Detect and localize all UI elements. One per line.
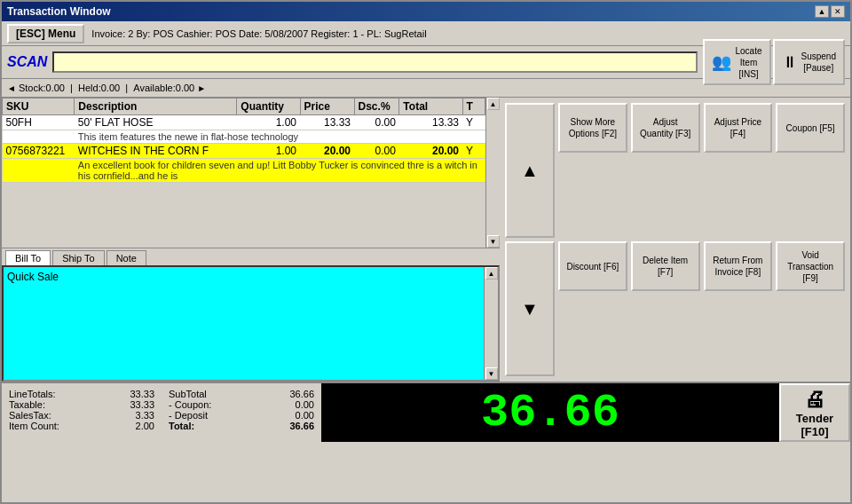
esc-menu-button[interactable]: [ESC] Menu	[7, 24, 84, 43]
scan-label: SCAN	[7, 54, 47, 70]
function-buttons: Show More Options [F2]Adjust Quantity [F…	[558, 103, 845, 376]
sub-total-label: SubTotal	[169, 389, 207, 399]
transaction-table: SKU Description Quantity Price Dsc.% Tot…	[2, 98, 485, 183]
minimize-button[interactable]: ▲	[815, 5, 829, 18]
tab-ship-to[interactable]: Ship To	[52, 250, 105, 265]
sales-tax-label: SalesTax:	[9, 410, 51, 421]
close-button[interactable]: ✕	[831, 5, 845, 18]
return-button[interactable]: Return From Invoice [F8]	[704, 241, 773, 291]
discount-button[interactable]: Discount [F6]	[558, 241, 627, 291]
stock-prev[interactable]: ◄	[7, 83, 16, 93]
locate-item-button[interactable]: 👥 LocateItem[INS]	[703, 39, 770, 85]
tender-button[interactable]: 🖨 Tender[F10]	[779, 383, 850, 442]
tender-icon: 🖨	[804, 387, 825, 412]
notes-content: Quick Sale	[7, 271, 59, 283]
cell-desc2: An excellent book for children seven and…	[75, 159, 485, 183]
sub-total-val: 36.66	[289, 389, 314, 399]
line-totals-val: 33.33	[130, 389, 154, 399]
delete-item-button[interactable]: Delete Item [F7]	[631, 241, 700, 291]
title-bar: Transaction Window ▲ ✕	[2, 2, 850, 21]
deposit-label: - Deposit	[169, 410, 208, 421]
stock-next[interactable]: ►	[197, 83, 206, 93]
available-val: 0.00	[176, 83, 194, 93]
cell-total: 13.33	[399, 115, 462, 130]
cell-t: Y	[462, 144, 485, 159]
display-amount: 36.66	[481, 387, 619, 439]
line-totals-label: LineTotals:	[9, 389, 56, 399]
action-buttons: 👥 LocateItem[INS] ⏸ Suspend[Pause]	[703, 39, 845, 85]
scan-input[interactable]	[52, 51, 698, 73]
tender-label: Tender[F10]	[796, 412, 833, 438]
col-desc: Description	[75, 98, 237, 115]
locate-icon: 👥	[712, 52, 731, 72]
notes-scroll-down[interactable]: ▼	[485, 367, 498, 380]
available-label: Available:	[133, 83, 176, 93]
down-arrow-icon: ▼	[521, 299, 539, 319]
void-button[interactable]: Void Transaction [F9]	[776, 241, 845, 291]
taxable-val: 33.33	[130, 399, 154, 410]
notes-scroll-up[interactable]: ▲	[485, 267, 498, 280]
table-row[interactable]: 50FH 50' FLAT HOSE 1.00 13.33 0.00 13.33…	[3, 115, 485, 130]
up-arrow-icon: ▲	[521, 161, 539, 181]
tab-bill-to[interactable]: Bill To	[5, 250, 51, 265]
locate-label: LocateItem[INS]	[735, 45, 761, 80]
transaction-window: Transaction Window ▲ ✕ [ESC] Menu Invoic…	[0, 0, 852, 504]
display-panel: 36.66	[321, 383, 779, 442]
sales-tax-val: 3.33	[136, 410, 154, 421]
cell-qty: 1.00	[237, 115, 300, 130]
total-label: Total:	[169, 421, 194, 431]
table-row[interactable]: 0756873221 WITCHES IN THE CORN F 1.00 20…	[3, 144, 485, 159]
nav-down-button[interactable]: ▼	[505, 241, 555, 376]
totals-left: LineTotals: 33.33 Taxable: 33.33 SalesTa…	[2, 383, 162, 442]
item-count-label: Item Count:	[9, 421, 59, 431]
coupon-label: - Coupon:	[169, 399, 211, 410]
table-scroll-down[interactable]: ▼	[487, 235, 500, 248]
col-sku: SKU	[3, 98, 75, 115]
stock-label: Stock:	[19, 83, 46, 93]
held-label: Held:	[78, 83, 101, 93]
suspend-button[interactable]: ⏸ Suspend[Pause]	[773, 39, 845, 85]
window-title: Transaction Window	[7, 5, 111, 18]
col-t: T	[462, 98, 485, 115]
tab-strip: Bill ToShip ToNote	[2, 248, 500, 265]
title-bar-buttons: ▲ ✕	[815, 5, 845, 18]
cell-qty: 1.00	[237, 144, 300, 159]
coupon-button[interactable]: Coupon [F5]	[776, 103, 845, 153]
scan-bar: SCAN 👥 LocateItem[INS] ⏸ Suspend[Pause]	[2, 46, 850, 78]
stock-val: 0.00	[46, 83, 65, 93]
deposit-val: 0.00	[296, 410, 314, 421]
show-more-button[interactable]: Show More Options [F2]	[558, 103, 627, 153]
cell-desc: WITCHES IN THE CORN F	[75, 144, 237, 159]
held-val: 0.00	[101, 83, 120, 93]
table-scroll-up[interactable]: ▲	[487, 98, 500, 110]
cell-t: Y	[462, 115, 485, 130]
taxable-label: Taxable:	[9, 399, 45, 410]
adjust-price-button[interactable]: Adjust Price [F4]	[704, 103, 773, 153]
cell-price: 20.00	[300, 144, 354, 159]
totals-right: SubTotal 36.66 - Coupon: 0.00 - Deposit …	[162, 383, 321, 442]
cell-sku: 0756873221	[3, 144, 75, 159]
status-bar: LineTotals: 33.33 Taxable: 33.33 SalesTa…	[2, 382, 850, 442]
suspend-label: Suspend[Pause]	[801, 51, 836, 74]
cell-desc: 50' FLAT HOSE	[75, 115, 237, 130]
nav-up-button[interactable]: ▲	[505, 103, 555, 238]
col-total: Total	[399, 98, 462, 115]
col-dsc: Dsc.%	[354, 98, 399, 115]
cell-dsc: 0.00	[354, 144, 399, 159]
suspend-icon: ⏸	[782, 53, 798, 72]
coupon-val: 0.00	[296, 399, 314, 410]
cell-price: 13.33	[300, 115, 354, 130]
item-count-val: 2.00	[136, 421, 154, 431]
col-price: Price	[300, 98, 354, 115]
left-panel: SKU Description Quantity Price Dsc.% Tot…	[2, 98, 500, 382]
cell-sku: 50FH	[3, 115, 75, 130]
cell-dsc: 0.00	[354, 115, 399, 130]
nav-column: ▲ ▼	[505, 103, 555, 376]
adjust-qty-button[interactable]: Adjust Quantity [F3]	[631, 103, 700, 153]
cell-desc2: This item features the newe in flat-hose…	[75, 130, 485, 144]
cell-total: 20.00	[399, 144, 462, 159]
invoice-info: Invoice: 2 By: POS Cashier: POS Date: 5/…	[91, 28, 426, 39]
total-val: 36.66	[289, 421, 314, 431]
tab-note[interactable]: Note	[106, 250, 146, 265]
right-panel: ▲ ▼ Show More Options [F2]Adjust Quantit…	[500, 98, 850, 382]
